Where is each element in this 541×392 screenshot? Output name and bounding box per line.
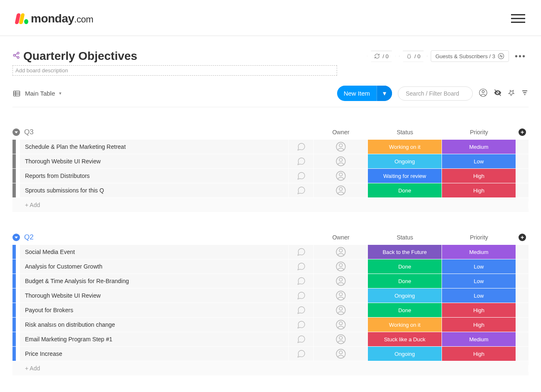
chat-icon[interactable] [289,332,314,346]
status-cell[interactable]: Done [368,259,442,274]
owner-cell[interactable] [314,274,368,288]
add-item-label[interactable]: + Add [20,202,529,208]
column-header-status[interactable]: Status [368,129,442,136]
collapse-toggle[interactable] [12,128,20,136]
logo[interactable]: monday.com [16,12,93,25]
guests-pill[interactable]: Guests & Subscribers / 3 [431,50,509,62]
item-name[interactable]: Reports from Distributors [20,169,289,183]
item-name[interactable]: Risk analsıs on distribution change [20,318,289,332]
pin-icon[interactable] [508,89,515,98]
status-cell[interactable]: Done [368,303,442,317]
new-item-button[interactable]: New Item ▾ [337,86,392,101]
priority-cell[interactable]: Low [442,154,516,168]
item-name[interactable]: Thorough Website UI Review [20,154,289,168]
search-input[interactable]: Search / Filter Board [398,86,473,101]
person-filter-icon[interactable] [479,88,488,99]
add-item-row[interactable]: + Add [12,361,529,376]
table-row[interactable]: Risk analsıs on distribution changeWorki… [12,318,529,332]
status-cell[interactable]: Waiting for review [368,169,442,183]
column-header-priority[interactable]: Priority [442,234,516,241]
column-header-owner[interactable]: Owner [314,234,368,241]
priority-cell[interactable]: High [442,183,516,197]
status-cell[interactable]: Back to the Future [368,245,442,259]
integrations-pill[interactable]: / 0 [399,51,427,62]
column-header-priority[interactable]: Priority [442,129,516,136]
priority-cell[interactable]: Medium [442,332,516,346]
priority-cell[interactable]: High [442,169,516,183]
column-header-status[interactable]: Status [368,234,442,241]
item-name[interactable]: Budget & Time Analysis for Re-Branding [20,274,289,288]
priority-cell[interactable]: High [442,347,516,361]
view-selector[interactable]: Main Table ▾ [12,89,62,98]
item-name[interactable]: Email Marketing Program Step #1 [20,332,289,346]
owner-cell[interactable] [314,169,368,183]
board-title[interactable]: Quarterly Objectives [23,49,137,63]
owner-cell[interactable] [314,303,368,317]
table-row[interactable]: Budget & Time Analysis for Re-BrandingDo… [12,274,529,288]
status-cell[interactable]: Ongoing [368,347,442,361]
priority-cell[interactable]: Low [442,288,516,303]
status-cell[interactable]: Done [368,183,442,197]
more-options-icon[interactable]: ••• [512,52,529,61]
board-description-input[interactable]: Add board description [12,65,337,76]
hide-icon[interactable] [494,89,502,99]
chat-icon[interactable] [289,183,314,197]
table-row[interactable]: Social Media EventBack to the FutureMedi… [12,245,529,259]
status-cell[interactable]: Ongoing [368,154,442,168]
add-item-row[interactable]: + Add [12,198,529,212]
chat-icon[interactable] [289,140,314,154]
chat-icon[interactable] [289,347,314,361]
chat-icon[interactable] [289,318,314,332]
chat-icon[interactable] [289,245,314,259]
owner-cell[interactable] [314,259,368,274]
table-row[interactable]: Payout for BrokersDoneHigh [12,303,529,318]
item-name[interactable]: Analysis for Customer Growth [20,259,289,274]
chat-icon[interactable] [289,274,314,288]
chat-icon[interactable] [289,259,314,274]
owner-cell[interactable] [314,347,368,361]
status-cell[interactable]: Stuck like a Duck [368,332,442,346]
owner-cell[interactable] [314,318,368,332]
owner-cell[interactable] [314,140,368,154]
group-title[interactable]: Q2 [24,233,34,242]
priority-cell[interactable]: Low [442,274,516,288]
add-column-button[interactable]: + [519,128,526,136]
add-item-label[interactable]: + Add [20,365,529,372]
table-row[interactable]: Sprouts submissions for this QDoneHigh [12,183,529,198]
automations-pill[interactable]: / 0 [367,51,395,62]
chat-icon[interactable] [289,154,314,168]
status-cell[interactable]: Done [368,274,442,288]
table-row[interactable]: Analysis for Customer GrowthDoneLow [12,259,529,274]
status-cell[interactable]: Working on it [368,140,442,154]
chat-icon[interactable] [289,288,314,303]
priority-cell[interactable]: Medium [442,140,516,154]
status-cell[interactable]: Working on it [368,318,442,332]
priority-cell[interactable]: High [442,303,516,317]
chat-icon[interactable] [289,169,314,183]
item-name[interactable]: Social Media Event [20,245,289,259]
column-header-owner[interactable]: Owner [314,129,368,136]
add-column-button[interactable]: + [519,234,526,241]
priority-cell[interactable]: Low [442,259,516,274]
chat-icon[interactable] [289,303,314,317]
item-name[interactable]: Payout for Brokers [20,303,289,317]
new-item-dropdown[interactable]: ▾ [377,86,392,101]
owner-cell[interactable] [314,154,368,168]
share-icon[interactable] [12,52,20,61]
table-row[interactable]: Schedule & Plan the Marketing RetreatWor… [12,140,529,154]
collapse-toggle[interactable] [12,234,20,241]
hamburger-menu-icon[interactable] [511,12,525,25]
item-name[interactable]: Sprouts submissions for this Q [20,183,289,197]
item-name[interactable]: Schedule & Plan the Marketing Retreat [20,140,289,154]
group-title[interactable]: Q3 [24,128,34,136]
owner-cell[interactable] [314,183,368,197]
table-row[interactable]: Price IncreaseOngoingHigh [12,347,529,361]
table-row[interactable]: Reports from DistributorsWaiting for rev… [12,169,529,183]
owner-cell[interactable] [314,332,368,346]
item-name[interactable]: Price Increase [20,347,289,361]
priority-cell[interactable]: Medium [442,245,516,259]
priority-cell[interactable]: High [442,318,516,332]
filter-icon[interactable] [521,89,529,98]
status-cell[interactable]: Ongoing [368,288,442,303]
table-row[interactable]: Thorough Website UI ReviewOngoingLow [12,288,529,303]
